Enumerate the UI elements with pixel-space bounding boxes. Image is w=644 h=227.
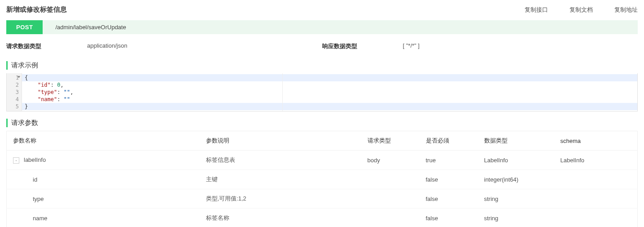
code-editor[interactable]: 1 2 3 4 5 { "id": 0, "type": "", "name":… (6, 73, 638, 111)
param-required-cell: false (420, 189, 478, 209)
table-row: id主键falseinteger(int64) (7, 170, 638, 189)
param-desc-cell: 类型,可用值:1,2 (200, 189, 361, 209)
gutter-line: 2 (9, 81, 19, 89)
gutter-line: 5 (9, 103, 19, 110)
endpoint-bar: POST /admin/label/saveOrUpdate (6, 20, 638, 34)
param-required-cell: false (420, 170, 478, 189)
code-body[interactable]: { "id": 0, "type": "", "name": "" } (22, 73, 637, 111)
param-desc-cell: 标签信息表 (200, 151, 361, 170)
http-method-badge: POST (6, 20, 43, 34)
request-type-value: application/json (87, 42, 127, 50)
col-header-name: 参数名称 (7, 131, 200, 151)
param-datatype-cell: string (478, 209, 554, 227)
param-name-cell: name (7, 209, 200, 227)
copy-doc-link[interactable]: 复制文档 (570, 6, 593, 14)
col-header-schema: schema (554, 131, 638, 151)
code-line: "id": 0, (22, 81, 637, 89)
gutter-line: 3 (9, 89, 19, 96)
param-name-cell: -labelInfo (7, 151, 200, 170)
page-title: 新增或修改标签信息 (6, 5, 525, 14)
response-type-value: [ "*/*" ] (403, 42, 420, 50)
code-gutter: 1 2 3 4 5 (7, 73, 22, 111)
request-type-label: 请求数据类型 (6, 42, 87, 50)
code-line: "name": "" (22, 96, 637, 103)
table-row: type类型,可用值:1,2falsestring (7, 189, 638, 209)
param-name: labelInfo (24, 156, 46, 163)
param-desc-cell: 标签名称 (200, 209, 361, 227)
param-name: name (33, 215, 48, 222)
param-datatype-cell: integer(int64) (478, 170, 554, 189)
copy-api-link[interactable]: 复制接口 (525, 6, 548, 14)
param-reqtype-cell (361, 209, 420, 227)
expand-toggle[interactable]: - (13, 157, 19, 164)
param-schema-cell (554, 189, 638, 209)
col-header-desc: 参数说明 (200, 131, 361, 151)
param-reqtype-cell (361, 189, 420, 209)
code-line: } (22, 103, 637, 110)
col-header-datatype: 数据类型 (478, 131, 554, 151)
params-header-row: 参数名称 参数说明 请求类型 是否必须 数据类型 schema (7, 131, 638, 151)
code-line: "type": "", (22, 89, 637, 96)
params-table: 参数名称 参数说明 请求类型 是否必须 数据类型 schema -labelIn… (6, 131, 638, 227)
fold-icon[interactable] (18, 76, 20, 78)
param-name: id (33, 176, 37, 183)
gutter-line: 4 (9, 96, 19, 103)
request-type-group: 请求数据类型 application/json (6, 42, 322, 50)
endpoint-path: /admin/label/saveOrUpdate (43, 24, 126, 31)
param-reqtype-cell (361, 170, 420, 189)
request-example-title: 请求示例 (6, 61, 638, 70)
request-example-section: 请求示例 1 2 3 4 5 { "id": 0, "type": "", "n… (6, 61, 638, 111)
param-datatype-cell: string (478, 189, 554, 209)
param-required-cell: false (420, 209, 478, 227)
meta-row: 请求数据类型 application/json 响应数据类型 [ "*/*" ] (0, 42, 644, 61)
param-schema-cell (554, 209, 638, 227)
col-header-reqtype: 请求类型 (361, 131, 420, 151)
param-desc-cell: 主键 (200, 170, 361, 189)
request-params-title: 请求参数 (6, 119, 638, 127)
param-reqtype-cell: body (361, 151, 420, 170)
param-name-cell: type (7, 189, 200, 209)
gutter-line: 1 (9, 74, 19, 81)
col-header-required: 是否必须 (420, 131, 478, 151)
request-params-section: 请求参数 参数名称 参数说明 请求类型 是否必须 数据类型 schema -la… (6, 119, 638, 227)
param-required-cell: true (420, 151, 478, 170)
table-row: name标签名称falsestring (7, 209, 638, 227)
copy-url-link[interactable]: 复制地址 (614, 6, 638, 14)
param-name: type (33, 196, 44, 202)
header-actions: 复制接口 复制文档 复制地址 (525, 6, 638, 14)
response-type-label: 响应数据类型 (322, 42, 403, 50)
param-schema-cell: LabelInfo (554, 151, 638, 170)
response-type-group: 响应数据类型 [ "*/*" ] (322, 42, 638, 50)
page-header: 新增或修改标签信息 复制接口 复制文档 复制地址 (0, 0, 644, 20)
param-name-cell: id (7, 170, 200, 189)
code-line: { (22, 74, 637, 81)
param-schema-cell (554, 170, 638, 189)
table-row: -labelInfo标签信息表bodytrueLabelInfoLabelInf… (7, 151, 638, 170)
param-datatype-cell: LabelInfo (478, 151, 554, 170)
